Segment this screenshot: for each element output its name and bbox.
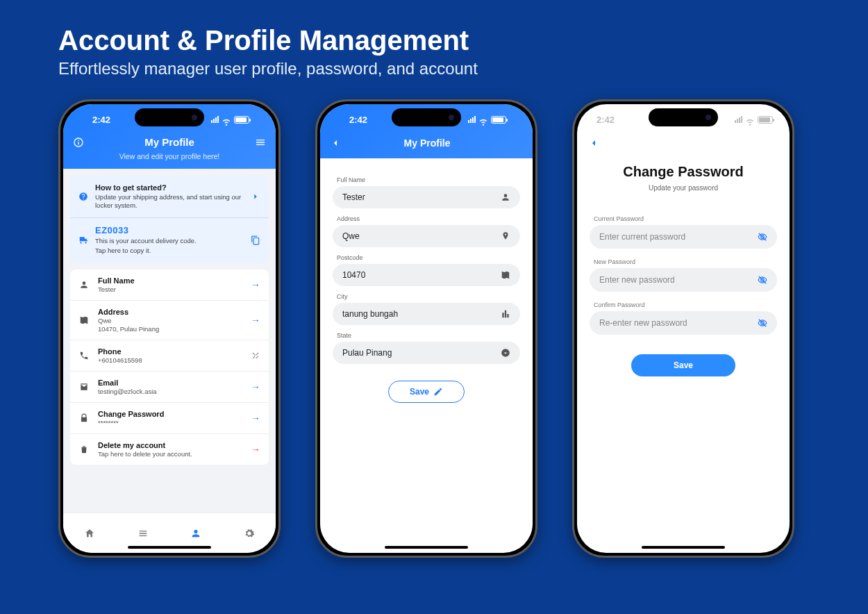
- tab-settings[interactable]: [244, 528, 255, 539]
- address-value: Qwe: [342, 231, 501, 241]
- tab-list[interactable]: [137, 528, 149, 539]
- eye-off-icon[interactable]: [758, 275, 767, 285]
- tip-text: Update your shipping address, and start …: [95, 193, 244, 210]
- eye-off-icon[interactable]: [758, 318, 767, 328]
- tip-title: How to get started?: [95, 183, 244, 192]
- city-label: City: [337, 293, 520, 300]
- phone-notch: [135, 108, 204, 126]
- chevron-down-icon: [501, 348, 510, 358]
- email-label: Email: [98, 379, 242, 387]
- page-subtitle: Update your password: [577, 184, 790, 192]
- fullname-value: Tester: [342, 192, 501, 202]
- copy-icon[interactable]: [251, 235, 260, 245]
- address-value1: Qwe: [98, 317, 242, 324]
- header-title: My Profile: [144, 136, 194, 148]
- page-title: Change Password: [577, 164, 790, 180]
- email-value: testing@ezlock.asia: [98, 388, 242, 395]
- city-value: tanung bungah: [342, 309, 501, 319]
- person-icon: [501, 192, 510, 202]
- battery-icon: [758, 116, 773, 124]
- arrow-icon: →: [251, 381, 260, 392]
- menu-icon[interactable]: [255, 137, 266, 148]
- row-email[interactable]: Email testing@ezlock.asia →: [70, 372, 269, 403]
- address-label: Address: [98, 308, 242, 316]
- phone-profile-edit: 2:42 My Profile Full Name Tester Address: [315, 99, 537, 558]
- status-time: 2:42: [596, 115, 615, 125]
- change-pw-label: Change Password: [98, 410, 242, 418]
- current-password-field[interactable]: Enter current password: [590, 225, 777, 249]
- phone-notch: [649, 108, 718, 126]
- postcode-label: Postcode: [337, 254, 520, 261]
- city-icon: [501, 309, 510, 319]
- phone-change-password: 2:42 Change Password Update your passwor…: [572, 99, 794, 558]
- profile-list: Full Name Tester → Address Qwe 10470, Pu…: [70, 269, 269, 465]
- info-icon[interactable]: [73, 137, 84, 148]
- row-address[interactable]: Address Qwe 10470, Pulau Pinang →: [70, 301, 269, 340]
- state-label: State: [337, 332, 520, 339]
- phone-profile-overview: 2:42 My Profile View and edit your profi…: [58, 99, 281, 558]
- new-password-placeholder: Enter new password: [599, 275, 758, 285]
- map-icon: [78, 315, 90, 325]
- status-time: 2:42: [92, 115, 110, 125]
- arrow-icon: →: [251, 413, 260, 424]
- new-password-field[interactable]: Enter new password: [590, 268, 777, 292]
- fullname-label: Full Name: [98, 276, 242, 285]
- page-subtitle: Effortlessly manager user profile, passw…: [0, 56, 868, 78]
- address-field[interactable]: Qwe: [333, 225, 520, 247]
- postcode-field[interactable]: 10470: [333, 264, 520, 286]
- save-label: Save: [410, 387, 429, 397]
- locked-icon: [251, 351, 260, 360]
- state-field[interactable]: Pulau Pinang: [333, 342, 520, 364]
- delete-value: Tap here to delete your account.: [98, 450, 242, 458]
- arrow-icon: →: [251, 444, 260, 455]
- pencil-icon: [433, 387, 443, 397]
- postcode-value: 10470: [342, 270, 501, 280]
- phone-icon: [78, 351, 90, 360]
- pin-icon: [501, 231, 510, 241]
- map-icon: [501, 270, 510, 280]
- change-pw-value: ********: [98, 419, 242, 426]
- tab-profile[interactable]: [190, 528, 201, 539]
- delivery-text1: This is your account delivery code.: [95, 237, 244, 245]
- eye-off-icon[interactable]: [758, 232, 767, 242]
- getting-started-card[interactable]: How to get started? Update your shipping…: [70, 176, 269, 263]
- trash-icon: [78, 445, 90, 454]
- fullname-field[interactable]: Tester: [333, 186, 520, 208]
- header-subtitle: View and edit your profile here!: [73, 152, 266, 160]
- person-icon: [78, 280, 90, 290]
- confirm-password-field[interactable]: Re-enter new password: [590, 311, 777, 335]
- address-label: Address: [337, 215, 520, 222]
- fullname-label: Full Name: [337, 176, 520, 183]
- confirm-password-label: Confirm Password: [594, 301, 777, 308]
- back-icon[interactable]: [577, 135, 599, 149]
- help-icon: [78, 192, 88, 201]
- delivery-code: EZ0033: [95, 225, 244, 235]
- save-button[interactable]: Save: [631, 354, 735, 376]
- status-time: 2:42: [349, 115, 367, 125]
- email-icon: [78, 382, 90, 392]
- city-field[interactable]: tanung bungah: [333, 303, 520, 325]
- row-fullname[interactable]: Full Name Tester →: [70, 269, 269, 301]
- row-phone[interactable]: Phone +60104615598: [70, 340, 269, 372]
- current-password-placeholder: Enter current password: [599, 232, 758, 242]
- chevron-right-icon: [251, 192, 260, 201]
- signal-icon: [468, 116, 476, 123]
- wifi-icon: [745, 116, 755, 123]
- current-password-label: Current Password: [594, 215, 777, 222]
- tab-home[interactable]: [84, 528, 95, 539]
- page-title: Account & Profile Management: [0, 0, 868, 56]
- home-indicator: [128, 546, 211, 549]
- battery-icon: [234, 116, 249, 124]
- fullname-value: Tester: [98, 285, 242, 293]
- wifi-icon: [222, 116, 231, 123]
- confirm-password-placeholder: Re-enter new password: [599, 318, 758, 328]
- home-indicator: [642, 546, 725, 549]
- state-value: Pulau Pinang: [342, 348, 501, 358]
- phone-label: Phone: [98, 347, 242, 356]
- row-delete-account[interactable]: Delete my account Tap here to delete you…: [70, 434, 269, 465]
- save-button[interactable]: Save: [388, 381, 465, 403]
- row-change-password[interactable]: Change Password ******** →: [70, 403, 269, 434]
- phone-value: +60104615598: [98, 356, 242, 364]
- delivery-text2: Tap here to copy it.: [95, 247, 244, 255]
- address-value2: 10470, Pulau Pinang: [98, 325, 242, 333]
